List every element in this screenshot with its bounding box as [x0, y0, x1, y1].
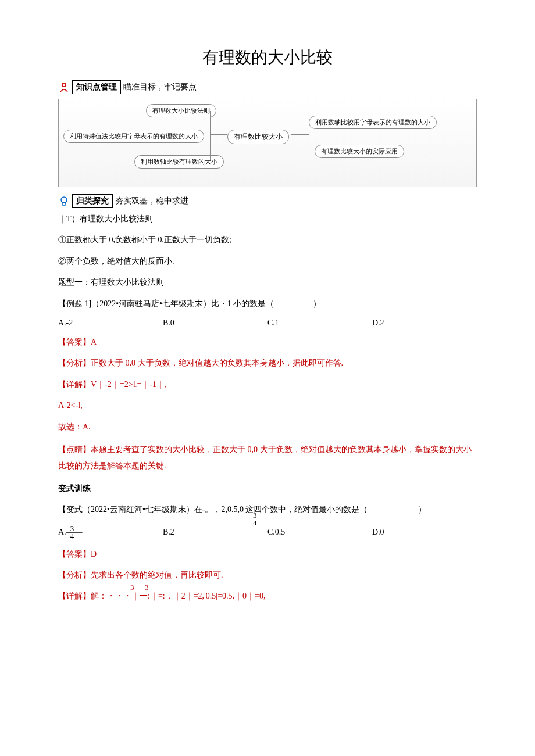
variant-options: A.—— 3 4 B.2 C.0.5 D.0 — [58, 525, 477, 540]
bulb-icon — [58, 195, 70, 207]
mindmap-node-application: 有理数比较大小的实际应用 — [315, 145, 404, 158]
section-classify-label: 归类探究 — [72, 194, 113, 208]
concept-heading: ｜T）有理数大小比较法则 — [58, 213, 477, 225]
option-c: C.1 — [268, 318, 372, 328]
variant-option-a: A.—— 3 4 — [58, 525, 163, 540]
page-title: 有理数的大小比较 — [58, 46, 477, 69]
variant-detail: 3 3 【详解】解：・・・｜一:｜=:，｜2｜=2,|0.5|=0.5,｜0｜=… — [58, 590, 477, 603]
example-1-answer: 【答案】A — [58, 336, 477, 349]
example-1-prompt-text: 【例题 1]（2022•河南驻马店•七年级期末）比・1 小的数是（ — [58, 299, 274, 308]
example-1-prompt-paren: ） — [313, 299, 321, 308]
svg-rect-2 — [63, 203, 65, 205]
section-knowledge-suffix: 瞄准目标，牢记要点 — [123, 82, 197, 92]
example-1-step2: Λ-2<-l, — [58, 399, 477, 412]
detail-top-num-1: 3 — [130, 583, 134, 592]
section-classify-suffix: 夯实双基，稳中求进 — [115, 196, 188, 206]
mindmap-node-number-line-letters: 利用数轴比较用字母表示的有理数的大小 — [309, 116, 437, 129]
variant-option-a-fraction: 3 4 — [69, 525, 76, 540]
example-1-detail: 【详解】V｜-2｜=2>1=｜-1｜, — [58, 378, 477, 391]
variant-analysis: 【分析】先求出各个数的绝对值，再比较即可. — [58, 569, 477, 582]
example-1-options: A.-2 B.0 C.1 D.2 — [58, 318, 477, 328]
example-1-analysis: 【分析】正数大于 0,0 大于负数，绝对值越大的负数其本身越小，据此即可作答. — [58, 357, 477, 370]
variant-option-c: C.0.5 — [268, 528, 372, 537]
rule-2: ②两个负数，绝对值大的反而小. — [58, 255, 477, 268]
option-d: D.2 — [372, 318, 477, 328]
section-classify-row: 归类探究 夯实双基，稳中求进 — [58, 194, 477, 208]
example-1-conclude: 故选：A. — [58, 421, 477, 433]
variant-option-b: B.2 — [163, 528, 268, 537]
svg-point-0 — [62, 83, 66, 87]
example-1-prompt: 【例题 1]（2022•河南驻马店•七年级期末）比・1 小的数是（ ） — [58, 298, 477, 310]
fraction-denominator: 4 — [251, 519, 259, 526]
detail-top-num-2: 3 — [145, 583, 149, 592]
variant-prompt-fraction: 3 4 — [251, 511, 259, 526]
question-type-heading: 题型一：有理数大小比较法则 — [58, 276, 477, 289]
option-b: B.0 — [163, 318, 268, 328]
rule-1: ①正数都大于 0,负数都小于 0,正数大于一切负数; — [58, 234, 477, 246]
variant-option-d: D.0 — [372, 528, 477, 537]
section-knowledge-label: 知识点管理 — [72, 80, 121, 94]
section-knowledge-row: 知识点管理 瞄准目标，牢记要点 — [58, 80, 477, 94]
variant-prompt-text: 【变式（2022•云南红河•七年级期末）在-。，2,0.5,0 这四个数中，绝对… — [58, 505, 368, 514]
mindmap-diagram: 有理数比较大小 有理数大小比较法则 利用特殊值法比较用字母表示的有理数的大小 利… — [58, 99, 477, 187]
person-icon — [58, 81, 70, 93]
variant-detail-text: 【详解】解：・・・｜一:｜=:，｜2｜=2,|0.5|=0.5,｜0｜=0, — [58, 592, 265, 600]
option-a: A.-2 — [58, 318, 163, 328]
mindmap-node-special-value: 利用特殊值法比较用字母表示的有理数的大小 — [63, 130, 204, 143]
mindmap-node-rules: 有理数大小比较法则 — [146, 104, 216, 117]
variant-prompt-paren: ） — [418, 505, 426, 514]
variant-heading: 变式训练 — [58, 482, 477, 495]
example-1-point: 【点睛】本题主要考查了实数的大小比较，正数大于 0,0 大于负数，绝对值越大的负… — [58, 442, 477, 474]
svg-point-1 — [61, 197, 67, 203]
fraction-denominator: 4 — [69, 532, 76, 540]
variant-answer: 【答案】D — [58, 548, 477, 561]
fraction-numerator: 3 — [69, 525, 76, 532]
mindmap-center-node: 有理数比较大小 — [227, 130, 289, 144]
variant-prompt: 【变式（2022•云南红河•七年级期末）在-。，2,0.5,0 这四个数中，绝对… — [58, 503, 477, 516]
